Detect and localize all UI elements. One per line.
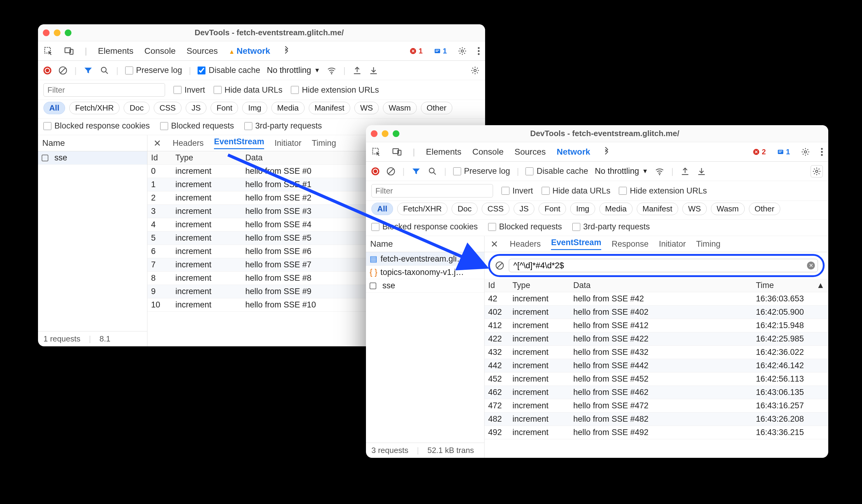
request-row[interactable]: { }topics-taxonomy-v1.j… [366, 266, 484, 279]
minimize-icon[interactable] [54, 29, 61, 36]
kebab-icon[interactable] [478, 47, 480, 55]
tab-network[interactable]: Network [228, 46, 270, 56]
throttling-select[interactable]: No throttling ▼ [267, 66, 320, 75]
type-chip[interactable]: Doc [124, 102, 149, 114]
minimize-icon[interactable] [382, 130, 389, 137]
subtab-initiator[interactable]: Initiator [659, 239, 686, 249]
clear-input-icon[interactable]: ✕ [807, 262, 815, 269]
type-chip[interactable]: All [371, 203, 393, 215]
subtab-response[interactable]: Response [612, 239, 649, 249]
table-row[interactable]: 482incrementhello from SSE #48216:43:26.… [484, 413, 828, 426]
search-icon[interactable] [100, 66, 109, 75]
table-row[interactable]: 432incrementhello from SSE #43216:42:36.… [484, 346, 828, 359]
tab-sources[interactable]: Sources [187, 46, 218, 56]
subtab-eventstream[interactable]: EventStream [214, 137, 264, 149]
type-chip[interactable]: All [43, 102, 65, 114]
invert-checkbox[interactable]: Invert [501, 186, 533, 196]
type-chip[interactable]: Font [539, 203, 566, 215]
upload-icon[interactable] [352, 66, 362, 75]
upload-icon[interactable] [680, 167, 690, 176]
type-chip[interactable]: Other [749, 203, 780, 215]
type-chip[interactable]: Manifest [309, 102, 350, 114]
close-icon[interactable] [371, 130, 378, 137]
settings-icon[interactable] [458, 47, 467, 56]
tab-sources[interactable]: Sources [514, 147, 546, 157]
type-chip[interactable]: JS [186, 102, 206, 114]
third-party-checkbox[interactable]: 3rd-party requests [572, 222, 650, 231]
wifi-icon[interactable] [655, 167, 664, 176]
disable-cache-checkbox[interactable]: Disable cache [198, 66, 260, 75]
inspect-icon[interactable] [371, 147, 381, 157]
table-row[interactable]: 472incrementhello from SSE #47216:43:16.… [484, 399, 828, 413]
type-chip[interactable]: WS [682, 203, 707, 215]
tab-console[interactable]: Console [144, 46, 176, 56]
request-row[interactable]: sse [366, 279, 484, 293]
panel-settings-icon[interactable] [811, 165, 823, 177]
filter-toggle-icon[interactable] [411, 167, 421, 176]
record-button[interactable] [43, 67, 51, 75]
wifi-icon[interactable] [327, 66, 337, 75]
maximize-icon[interactable] [393, 130, 400, 137]
hide-data-urls-checkbox[interactable]: Hide data URLs [214, 85, 283, 95]
table-row[interactable]: 422incrementhello from SSE #42216:42:25.… [484, 332, 828, 346]
subtab-eventstream[interactable]: EventStream [551, 238, 601, 250]
clear-events-icon[interactable] [495, 261, 505, 270]
error-badge[interactable]: 2 [753, 148, 766, 156]
download-icon[interactable] [369, 66, 378, 75]
record-button[interactable] [371, 168, 379, 175]
third-party-checkbox[interactable]: 3rd-party requests [244, 121, 322, 131]
maximize-icon[interactable] [65, 29, 71, 36]
type-chip[interactable]: Doc [452, 203, 477, 215]
filter-input[interactable] [43, 83, 165, 97]
type-chip[interactable]: WS [354, 102, 379, 114]
search-icon[interactable] [428, 167, 437, 176]
request-row[interactable]: ▤fetch-eventstream.gli… [366, 252, 484, 266]
preserve-log-checkbox[interactable]: Preserve log [125, 66, 182, 75]
disable-cache-checkbox[interactable]: Disable cache [525, 167, 588, 176]
type-chip[interactable]: Font [211, 102, 238, 114]
tab-elements[interactable]: Elements [98, 46, 133, 56]
hide-extension-urls-checkbox[interactable]: Hide extension URLs [291, 85, 379, 95]
close-pane-icon[interactable]: ✕ [491, 239, 498, 249]
throttling-select[interactable]: No throttling ▼ [595, 167, 648, 176]
table-row[interactable]: 492incrementhello from SSE #49216:43:36.… [484, 426, 828, 439]
more-tabs-icon[interactable] [601, 147, 611, 157]
table-row[interactable]: 42incrementhello from SSE #4216:36:03.65… [484, 292, 828, 306]
blocked-cookies-checkbox[interactable]: Blocked response cookies [43, 121, 150, 131]
request-row[interactable]: sse [38, 151, 147, 165]
tab-elements[interactable]: Elements [426, 147, 461, 157]
hide-data-urls-checkbox[interactable]: Hide data URLs [541, 186, 611, 196]
info-badge[interactable]: 1 [777, 148, 790, 156]
table-row[interactable]: 402incrementhello from SSE #40216:42:05.… [484, 306, 828, 319]
table-row[interactable]: 442incrementhello from SSE #44216:42:46.… [484, 359, 828, 372]
type-chip[interactable]: Fetch/XHR [69, 102, 119, 114]
type-chip[interactable]: Wasm [383, 102, 417, 114]
inspect-icon[interactable] [43, 46, 53, 56]
eventstream-regex-input[interactable] [509, 259, 818, 272]
type-chip[interactable]: Other [421, 102, 452, 114]
table-row[interactable]: 452incrementhello from SSE #45216:42:56.… [484, 372, 828, 386]
more-tabs-icon[interactable] [281, 46, 291, 56]
device-icon[interactable] [392, 147, 402, 157]
tab-console[interactable]: Console [472, 147, 504, 157]
clear-icon[interactable] [386, 167, 396, 176]
hide-extension-urls-checkbox[interactable]: Hide extension URLs [619, 186, 707, 196]
info-badge[interactable]: 1 [434, 47, 447, 55]
type-chip[interactable]: CSS [154, 102, 181, 114]
type-chip[interactable]: Img [570, 203, 595, 215]
close-icon[interactable] [43, 29, 50, 36]
preserve-log-checkbox[interactable]: Preserve log [453, 167, 510, 176]
subtab-headers[interactable]: Headers [510, 239, 541, 249]
filter-toggle-icon[interactable] [83, 66, 93, 75]
blocked-requests-checkbox[interactable]: Blocked requests [488, 222, 562, 231]
type-chip[interactable]: Manifest [637, 203, 678, 215]
type-chip[interactable]: Media [271, 102, 304, 114]
download-icon[interactable] [697, 167, 706, 176]
type-chip[interactable]: Img [242, 102, 267, 114]
device-icon[interactable] [64, 46, 74, 56]
type-chip[interactable]: Media [599, 203, 632, 215]
panel-settings-icon[interactable] [471, 66, 480, 75]
clear-icon[interactable] [58, 66, 68, 75]
filter-input[interactable] [371, 184, 493, 198]
subtab-headers[interactable]: Headers [173, 138, 204, 148]
